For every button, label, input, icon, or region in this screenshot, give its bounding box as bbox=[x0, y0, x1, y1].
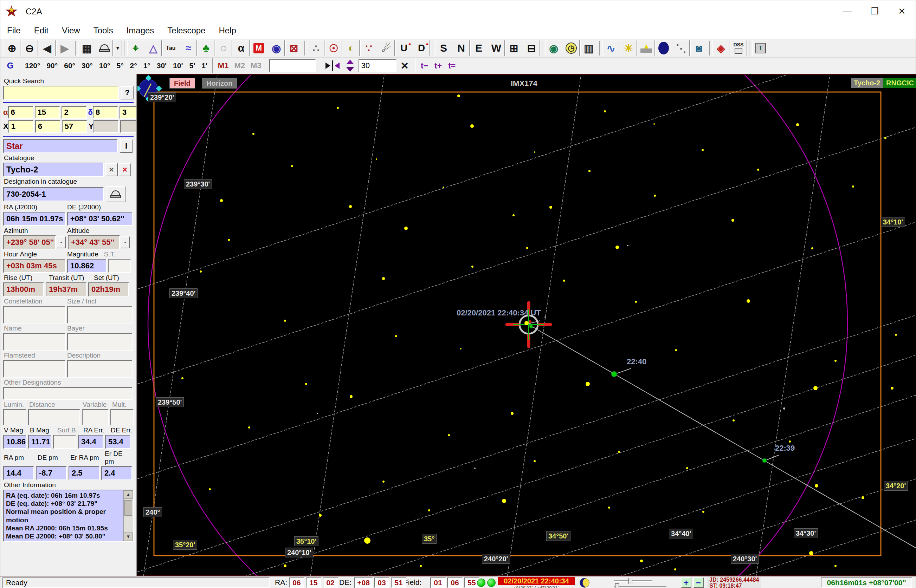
night-vision-icon[interactable] bbox=[655, 40, 672, 56]
grid-toggle-icon[interactable]: ▦ bbox=[78, 40, 95, 56]
catalogue-prev-button[interactable]: × bbox=[105, 163, 118, 176]
menu-help[interactable]: Help bbox=[212, 26, 243, 36]
look-north-icon[interactable]: N bbox=[453, 40, 469, 56]
goto-telescope-button[interactable] bbox=[106, 186, 126, 202]
altitude-minus-button[interactable]: - bbox=[121, 236, 130, 248]
ra-m-input[interactable] bbox=[35, 106, 60, 119]
goto-button[interactable]: G bbox=[3, 59, 17, 73]
search-help-button[interactable]: ? bbox=[121, 86, 134, 99]
dome-dropdown-icon[interactable]: ▼ bbox=[113, 40, 122, 56]
horizon-fill-icon[interactable]: ⊟ bbox=[523, 40, 540, 56]
catalog-badge-tycho-2[interactable]: Tycho-2 bbox=[851, 78, 883, 88]
fov-90deg[interactable]: 90° bbox=[43, 59, 61, 73]
dome-icon[interactable] bbox=[96, 40, 113, 56]
maximize-button[interactable]: ❐ bbox=[861, 0, 888, 23]
time-minus-button[interactable]: − bbox=[693, 577, 704, 588]
time-clock-icon[interactable]: ◷ bbox=[563, 40, 579, 56]
x1-input[interactable] bbox=[8, 120, 34, 133]
frame-marker-icon[interactable]: ⊠ bbox=[285, 40, 302, 56]
info-scrollbar[interactable]: ▲ ▼ bbox=[123, 490, 133, 541]
look-east-icon[interactable]: E bbox=[470, 40, 487, 56]
dss-download-icon[interactable]: DSS bbox=[730, 40, 747, 56]
sun-display-icon[interactable]: ☉ bbox=[325, 40, 342, 56]
uranus-toggle-icon[interactable]: U• bbox=[395, 40, 412, 56]
center-object-icon[interactable]: ⌖ bbox=[127, 40, 144, 56]
field-circle-icon[interactable]: ◌ bbox=[215, 40, 232, 56]
marker-m1-button[interactable]: M1 bbox=[215, 59, 231, 73]
rotation-angle-input[interactable] bbox=[359, 59, 397, 72]
look-south-icon[interactable]: S bbox=[435, 40, 452, 56]
de-m-input[interactable] bbox=[120, 106, 137, 119]
fov-2deg[interactable]: 2° bbox=[127, 59, 140, 73]
look-west-icon[interactable]: W bbox=[488, 40, 505, 56]
fov-120deg[interactable]: 120° bbox=[22, 59, 43, 73]
fov-30min[interactable]: 30' bbox=[154, 59, 170, 73]
comets-icon[interactable]: ☄ bbox=[378, 40, 395, 56]
fov-10min[interactable]: 10' bbox=[170, 59, 186, 73]
twilight-icon[interactable]: ▲ bbox=[638, 40, 654, 56]
clear-rotation-button[interactable]: ✕ bbox=[397, 60, 413, 72]
object-info-button[interactable]: I bbox=[120, 139, 133, 153]
satellites-icon[interactable]: ⋱ bbox=[673, 40, 689, 56]
flip-vertical-icon[interactable] bbox=[343, 58, 358, 74]
marker-m2-button[interactable]: M2 bbox=[231, 59, 248, 73]
messier-objects-icon[interactable]: M bbox=[250, 40, 267, 56]
next-view-icon[interactable]: ▶ bbox=[56, 40, 73, 56]
sky-map[interactable]: FieldHorizonIMX174Tycho-2RNGCIC239°20'23… bbox=[137, 74, 916, 576]
speed-slider[interactable] bbox=[614, 586, 667, 587]
fov-1min[interactable]: 1' bbox=[198, 59, 210, 73]
menu-view[interactable]: View bbox=[55, 26, 87, 36]
x3-input[interactable] bbox=[62, 120, 87, 133]
fov-30deg[interactable]: 30° bbox=[78, 59, 96, 73]
x2-input[interactable] bbox=[35, 120, 60, 133]
catalog-badge-rngcic[interactable]: RNGCIC bbox=[883, 78, 916, 88]
quick-search-input[interactable] bbox=[3, 86, 119, 100]
menu-telescope[interactable]: Telescope bbox=[161, 26, 212, 36]
save-configuration-icon[interactable]: T bbox=[752, 40, 769, 56]
greek-labels-icon[interactable]: α bbox=[233, 40, 249, 56]
horizon-landscape-icon[interactable]: ♣ bbox=[197, 40, 214, 56]
zoom-in-icon[interactable]: ⊕ bbox=[3, 40, 20, 56]
azimuth-minus-button[interactable]: - bbox=[57, 236, 66, 248]
menu-tools[interactable]: Tools bbox=[87, 26, 120, 36]
sun-ephemeris-icon[interactable]: ☀ bbox=[620, 40, 637, 56]
ra-h-input[interactable] bbox=[8, 106, 33, 119]
y1-input[interactable] bbox=[94, 120, 119, 133]
observatory-panel-icon[interactable]: ▥ bbox=[580, 40, 597, 56]
time-set-button[interactable]: t= bbox=[445, 61, 459, 71]
menu-images[interactable]: Images bbox=[120, 26, 161, 36]
object-search-input[interactable] bbox=[269, 59, 316, 72]
asteroids-icon[interactable]: ∵ bbox=[360, 40, 377, 56]
constellation-names-icon[interactable]: Tau bbox=[162, 40, 179, 56]
marker-m3-button[interactable]: M3 bbox=[248, 59, 264, 73]
flip-horizontal-icon[interactable] bbox=[323, 58, 342, 74]
fov-5deg[interactable]: 5° bbox=[113, 59, 127, 73]
catalogue-close-button[interactable]: × bbox=[118, 163, 131, 176]
constellation-lines-icon[interactable]: △ bbox=[145, 40, 162, 56]
close-button[interactable]: ✕ bbox=[888, 0, 916, 23]
deep-sky-icon[interactable]: ◉ bbox=[268, 40, 285, 56]
time-minus-button[interactable]: t− bbox=[418, 61, 431, 71]
minimize-button[interactable]: — bbox=[833, 0, 861, 23]
pan-view-icon[interactable]: ⊞ bbox=[505, 40, 522, 56]
de-d-input[interactable] bbox=[93, 106, 118, 119]
fov-10deg[interactable]: 10° bbox=[96, 59, 113, 73]
previous-view-icon[interactable]: ◀ bbox=[39, 40, 55, 56]
altitude-curve-icon[interactable]: ∿ bbox=[602, 40, 619, 56]
menu-file[interactable]: File bbox=[0, 26, 28, 36]
milky-way-icon[interactable]: ≈ bbox=[180, 40, 197, 56]
scroll-down-icon[interactable]: ▼ bbox=[124, 533, 133, 541]
time-slider[interactable] bbox=[614, 580, 652, 582]
y2-input[interactable] bbox=[120, 120, 137, 133]
ra-s-input[interactable] bbox=[61, 106, 87, 119]
time-plus-button[interactable]: + bbox=[681, 577, 691, 588]
time-plus-button[interactable]: t+ bbox=[431, 61, 445, 71]
fov-5min[interactable]: 5' bbox=[186, 59, 198, 73]
earth-location-icon[interactable]: ◉ bbox=[545, 40, 562, 56]
menu-edit[interactable]: Edit bbox=[28, 26, 55, 36]
scroll-up-icon[interactable]: ▲ bbox=[124, 490, 133, 499]
fov-1deg[interactable]: 1° bbox=[140, 59, 154, 73]
fov-60deg[interactable]: 60° bbox=[61, 59, 78, 73]
dwarf-planets-toggle-icon[interactable]: D• bbox=[413, 40, 430, 56]
camera-frame-icon[interactable]: ◙ bbox=[690, 40, 707, 56]
